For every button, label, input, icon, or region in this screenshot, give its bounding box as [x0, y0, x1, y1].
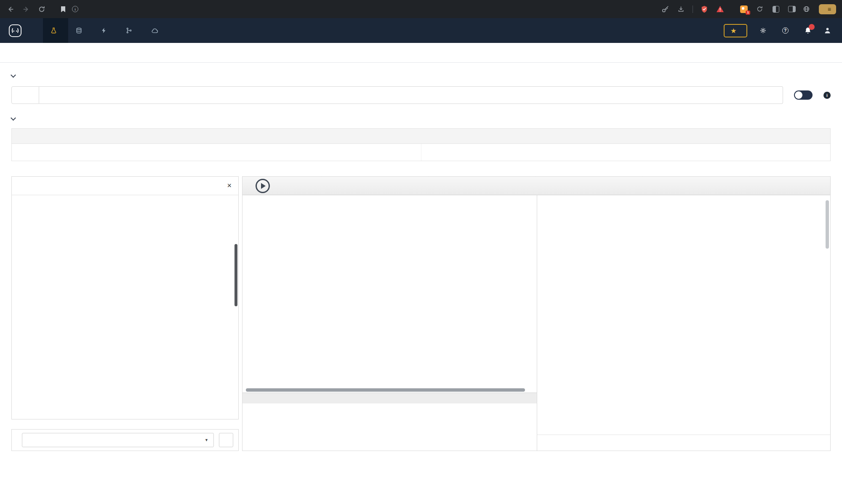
- new-header-value-input[interactable]: [421, 144, 830, 161]
- request-headers-table: [11, 128, 831, 161]
- close-icon[interactable]: ×: [227, 181, 232, 190]
- sidebar-extension-icon[interactable]: [787, 5, 797, 14]
- request-headers-section-header[interactable]: [11, 118, 831, 120]
- line-number-gutter: [242, 199, 263, 387]
- hasura-console: i 1 ≡: [0, 0, 842, 504]
- toggle-knob: [795, 91, 802, 99]
- horizontal-scrollbar[interactable]: [242, 387, 537, 393]
- column-key: [54, 129, 421, 143]
- response-viewer: [537, 195, 830, 451]
- site-info-icon[interactable]: i: [72, 6, 78, 12]
- nav-right: ★ ?: [724, 18, 842, 43]
- explorer-column: × ▼: [11, 176, 239, 451]
- chevron-down-icon: [11, 115, 16, 121]
- column-value: [421, 129, 830, 143]
- globe-icon: [803, 6, 810, 12]
- graphiql-toolbar: [242, 177, 830, 195]
- query-editor[interactable]: [242, 195, 537, 451]
- graphiql-body: [242, 195, 830, 451]
- shield-extension-icon[interactable]: [700, 5, 709, 14]
- menu-icon: ≡: [828, 6, 831, 12]
- back-icon[interactable]: [6, 5, 15, 14]
- browser-actions: 1 ≡: [661, 4, 836, 14]
- info-icon[interactable]: i: [823, 92, 831, 99]
- enterprise-button[interactable]: ★: [724, 24, 747, 37]
- hasura-logo: [8, 24, 22, 37]
- scrollbar-thumb[interactable]: [246, 388, 525, 392]
- hasura-brand[interactable]: [8, 24, 31, 37]
- explorer-panel: ×: [11, 176, 239, 419]
- password-key-icon[interactable]: [661, 5, 670, 14]
- nav-item-events[interactable]: [144, 18, 170, 43]
- response-scrollbar[interactable]: [826, 200, 829, 249]
- query-code-area[interactable]: [242, 195, 537, 387]
- http-method-label: [11, 86, 39, 104]
- user-icon: [824, 27, 831, 34]
- endpoint-section-header[interactable]: [11, 75, 831, 77]
- operation-type-select[interactable]: ▼: [22, 433, 214, 447]
- sync-extension-icon[interactable]: [755, 5, 765, 14]
- browser-chrome: i 1 ≡: [0, 0, 842, 18]
- share-icon[interactable]: [677, 5, 686, 14]
- address-bar[interactable]: i: [59, 5, 87, 14]
- reload-icon[interactable]: [37, 5, 46, 14]
- divider: [693, 5, 693, 13]
- execute-query-button[interactable]: [256, 179, 270, 193]
- vpn-indicator[interactable]: [803, 6, 812, 12]
- nav-item-api[interactable]: [43, 18, 68, 43]
- flask-icon: [51, 27, 57, 34]
- add-new-bar: ▼: [11, 429, 239, 451]
- response-footer: [537, 435, 830, 451]
- notification-badge: [809, 24, 815, 30]
- query-variables-editor[interactable]: [242, 403, 537, 451]
- explorer-tree: [12, 195, 238, 419]
- line-number-gutter: [242, 407, 263, 451]
- explorer-header: ×: [12, 177, 238, 195]
- endpoint-row: i: [11, 86, 831, 104]
- column-enable: [12, 129, 54, 143]
- notifications-button[interactable]: [805, 27, 811, 34]
- hasura-nav: ★ ?: [0, 18, 842, 43]
- graphql-endpoint-input[interactable]: [39, 86, 783, 104]
- chevron-down-icon: ▼: [205, 438, 208, 442]
- chevron-down-icon: [11, 72, 16, 78]
- database-icon: [76, 27, 82, 34]
- star-icon: ★: [731, 28, 736, 34]
- nav-item-remote-schemas[interactable]: [118, 18, 144, 43]
- help-button[interactable]: ?: [782, 27, 792, 34]
- nav-menu: [43, 18, 170, 43]
- forward-icon[interactable]: [21, 5, 31, 14]
- contrast-extension-icon[interactable]: [771, 5, 781, 14]
- query-code[interactable]: [263, 199, 537, 387]
- update-button[interactable]: ≡: [819, 4, 836, 14]
- api-explorer-main: × ▼: [11, 176, 831, 451]
- nav-item-data[interactable]: [68, 18, 93, 43]
- cloud-icon: [151, 28, 158, 34]
- merge-icon: [126, 27, 132, 34]
- new-header-key-input[interactable]: [54, 144, 421, 161]
- play-icon: [261, 183, 266, 189]
- add-operation-button[interactable]: [219, 433, 233, 447]
- nav-item-actions[interactable]: [93, 18, 118, 43]
- subnav-links: [805, 43, 828, 62]
- api-subnav: [0, 43, 842, 63]
- table-header-row: [12, 129, 830, 144]
- explorer-scrollbar[interactable]: [234, 244, 237, 306]
- bookmark-icon[interactable]: [59, 5, 68, 14]
- new-header-row: [12, 144, 830, 161]
- gear-icon: [760, 27, 766, 34]
- query-variables-header[interactable]: [242, 393, 537, 403]
- relay-api-toggle[interactable]: [794, 90, 813, 100]
- help-icon: ?: [782, 27, 789, 34]
- bolt-icon: [101, 27, 107, 34]
- graphiql-panel: [242, 176, 831, 451]
- settings-button[interactable]: [760, 27, 770, 34]
- warning-extension-icon[interactable]: [716, 5, 725, 14]
- account-button[interactable]: [824, 27, 831, 34]
- extension-icon[interactable]: 1: [739, 5, 749, 14]
